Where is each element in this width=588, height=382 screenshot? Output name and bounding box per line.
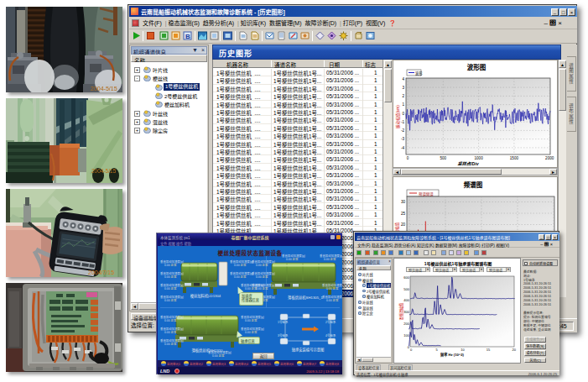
svg-text:2004/7/15: 2004/7/15 — [88, 269, 114, 275]
svg-text:频率 Hz (10^2): 频率 Hz (10^2) — [440, 352, 465, 358]
svg-text:300: 300 — [403, 310, 409, 314]
svg-text:3号轴承: 3号轴承 — [278, 333, 289, 338]
svg-text:-2: -2 — [401, 128, 405, 133]
svg-text:10: 10 — [461, 348, 465, 352]
svg-text:3: 3 — [402, 86, 404, 90]
svg-text:200: 200 — [403, 322, 409, 326]
svg-text:600: 600 — [403, 275, 409, 280]
svg-text:4: 4 — [402, 77, 404, 81]
svg-text:20: 20 — [401, 222, 406, 227]
svg-text:2004-5/15: 2004-5/15 — [91, 168, 117, 174]
svg-text:15: 15 — [487, 348, 491, 352]
svg-text:30: 30 — [401, 200, 406, 204]
svg-text:预谱频谱: 预谱频谱 — [419, 191, 434, 197]
svg-text:采样点/Div: 采样点/Div — [457, 161, 479, 166]
svg-text:-1: -1 — [401, 120, 405, 124]
svg-text:2004-5/15: 2004-5/15 — [91, 86, 117, 92]
svg-text:4号轴承: 4号轴承 — [325, 333, 336, 338]
svg-text:20: 20 — [513, 348, 517, 352]
svg-text:波形图: 波形图 — [467, 63, 487, 71]
svg-text:0: 0 — [410, 348, 413, 352]
svg-text:波形: 波形 — [415, 71, 423, 76]
svg-text:5: 5 — [436, 348, 439, 352]
svg-text:0: 0 — [402, 112, 404, 116]
svg-text:振动幅值(um): 振动幅值(um) — [395, 105, 401, 128]
svg-text:500: 500 — [403, 287, 409, 291]
svg-text:1: 1 — [402, 102, 404, 107]
svg-text:谱频谱幅值: 谱频谱幅值 — [398, 303, 404, 321]
svg-text:B: B — [185, 33, 190, 40]
svg-text:500: 500 — [440, 156, 446, 160]
svg-text:25: 25 — [401, 212, 406, 216]
svg-text:-3: -3 — [401, 137, 405, 141]
svg-text:100: 100 — [403, 333, 409, 338]
svg-text:-4: -4 — [401, 146, 405, 150]
svg-text:400: 400 — [403, 298, 409, 302]
svg-text:1500: 1500 — [510, 156, 519, 160]
svg-text:1000: 1000 — [474, 156, 483, 160]
svg-text:频谱图: 频谱图 — [464, 181, 483, 189]
svg-text:0: 0 — [407, 156, 409, 160]
svg-text:2000: 2000 — [545, 156, 554, 160]
svg-text:2: 2 — [402, 94, 404, 98]
svg-text:2号轴承: 2号轴承 — [325, 320, 336, 324]
svg-text:1号轴承: 1号轴承 — [278, 320, 289, 324]
